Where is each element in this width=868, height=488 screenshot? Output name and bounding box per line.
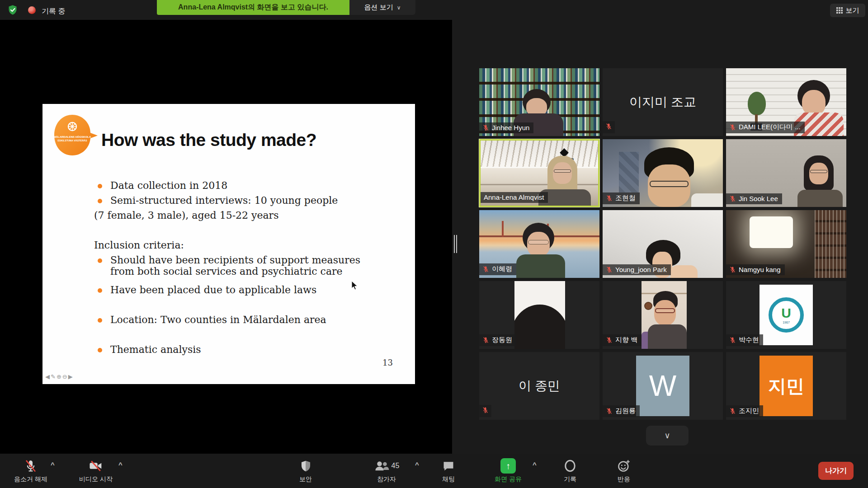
- view-layout-button[interactable]: 보기: [830, 4, 865, 17]
- muted-mic-badge: [479, 405, 491, 417]
- participants-icon: [374, 460, 389, 472]
- participant-name-label: Jin Sook Lee: [726, 193, 782, 204]
- participant-name-label: 장동원: [479, 334, 516, 346]
- record-circle-icon: [563, 459, 577, 473]
- letter-avatar: 지민: [760, 356, 813, 416]
- chat-bubble-icon: [442, 460, 455, 472]
- association-logo: U 1967: [760, 285, 813, 345]
- muted-mic-icon: [605, 123, 612, 130]
- video-tile-jo-ji-min[interactable]: 지민 조지민: [726, 352, 846, 420]
- bullet-dot-icon: [98, 199, 102, 203]
- video-off-icon: [89, 459, 103, 473]
- muted-mic-icon: [482, 124, 489, 131]
- slide-bullet-line: Thematic analysis: [97, 344, 368, 355]
- slide-bullet-line: Have been placed due to applicable laws: [97, 284, 368, 296]
- slide-bullet-line: Semi-structured interviews: 10 young peo…: [97, 195, 368, 206]
- bullet-dot-icon: [98, 184, 102, 188]
- chat-button[interactable]: 채팅: [421, 457, 476, 483]
- participant-name-label: DAMI LEE(이다미 ...: [726, 122, 805, 133]
- top-bar: 기록 중 Anna-Lena Almqvist의 화면을 보고 있습니다. 옵션…: [0, 0, 868, 20]
- participants-count: 45: [392, 462, 400, 470]
- video-tile-jang-dong-won[interactable]: 장동원: [479, 281, 599, 349]
- mic-options-caret[interactable]: ^: [51, 461, 55, 469]
- video-tile-jihyang-baek[interactable]: 지향 백: [603, 281, 723, 349]
- share-options-caret[interactable]: ^: [533, 461, 537, 469]
- unmute-button[interactable]: 음소거 해제: [4, 457, 58, 483]
- bullet-dot-icon: [98, 288, 102, 293]
- participant-name-label: Jinhee Hyun: [479, 122, 533, 133]
- share-screen-button[interactable]: ↑ 화면 공유: [481, 457, 535, 483]
- video-tile-name-only[interactable]: 이지미 조교: [603, 68, 723, 136]
- participant-name-label: 이혜령: [479, 263, 516, 275]
- nav-circle-icon: ⊕: [57, 373, 62, 380]
- participant-name-label: Namgyu kang: [726, 264, 785, 275]
- participants-options-caret[interactable]: ^: [415, 461, 419, 469]
- nav-prev-icon: ◀: [45, 373, 51, 380]
- reactions-smiley-icon: [617, 459, 631, 473]
- slide-page-number: 13: [382, 358, 393, 367]
- participant-name-label: 김원룡: [603, 405, 640, 417]
- participants-button[interactable]: 45 참가자: [359, 457, 414, 483]
- slide-title: How was the study made?: [101, 130, 316, 150]
- video-tile-jin-sook-lee[interactable]: Jin Sook Lee: [726, 139, 846, 207]
- letter-avatar: W: [636, 356, 689, 416]
- slide-nav-icons: ◀✎⊕⊖▶: [45, 373, 74, 380]
- chevron-down-icon: ∨: [664, 431, 670, 441]
- participant-name-label: Young_joon Park: [603, 264, 671, 275]
- slide-bullet-line: Location: Two counties in Mälardalen are…: [97, 314, 368, 325]
- muted-mic-icon: [24, 459, 38, 473]
- video-tile-cho-hyun-chul[interactable]: 조현철: [603, 139, 723, 207]
- leave-meeting-button[interactable]: 나가기: [818, 462, 854, 480]
- svg-text:MÄLARDALENS HÖGSKOLA: MÄLARDALENS HÖGSKOLA: [54, 136, 91, 138]
- video-tile-jinhee-hyun[interactable]: Jinhee Hyun: [479, 68, 599, 136]
- participant-name-label: 조현철: [603, 192, 640, 204]
- reactions-button[interactable]: 반응: [597, 457, 651, 483]
- malardalen-hogskola-logo: MÄLARDALENS HÖGSKOLA ESKILSTUNA VÄSTERÅS: [52, 113, 99, 157]
- muted-mic-icon: [729, 408, 736, 414]
- participant-name-label: 지향 백: [603, 334, 642, 346]
- presentation-slide: MÄLARDALENS HÖGSKOLA ESKILSTUNA VÄSTERÅS…: [42, 104, 415, 384]
- slide-text-line: Inclusion criteria:: [94, 239, 365, 251]
- participant-display-name: 이 종민: [479, 352, 599, 420]
- muted-mic-icon: [482, 266, 489, 272]
- muted-mic-icon: [482, 407, 489, 413]
- security-button[interactable]: 보안: [278, 457, 333, 483]
- grid-view-icon: [836, 7, 843, 14]
- video-tile-name-only[interactable]: 이 종민: [479, 352, 599, 420]
- muted-mic-icon: [482, 337, 489, 343]
- video-tile-kim-won-ryong[interactable]: W 김원룡: [603, 352, 723, 420]
- muted-mic-icon: [606, 195, 613, 202]
- participant-display-name: 이지미 조교: [603, 68, 723, 136]
- security-shield-icon[interactable]: [7, 5, 18, 15]
- recording-indicator-icon: [28, 6, 36, 14]
- video-tile-park-su-hyun[interactable]: U 1967 박수현: [726, 281, 846, 349]
- video-tile-namgyu-kang[interactable]: Namgyu kang: [726, 210, 846, 278]
- view-options-button[interactable]: 옵션 보기 ∨: [349, 0, 415, 15]
- video-tile-young-joon-park[interactable]: Young_joon Park: [603, 210, 723, 278]
- participant-name-label: Anna-Lena Almqvist: [481, 192, 548, 203]
- viewing-screen-banner: Anna-Lena Almqvist의 화면을 보고 있습니다.: [157, 0, 349, 15]
- mouse-cursor: [351, 281, 359, 291]
- record-button[interactable]: 기록: [543, 457, 597, 483]
- participant-name-label: 박수현: [726, 334, 763, 346]
- security-shield-icon: [300, 460, 312, 473]
- bullet-dot-icon: [98, 348, 102, 352]
- shared-screen-region: MÄLARDALENS HÖGSKOLA ESKILSTUNA VÄSTERÅS…: [0, 20, 452, 454]
- muted-mic-icon: [729, 124, 736, 131]
- participant-name-label: 조지민: [726, 405, 763, 417]
- panel-resize-handle[interactable]: [454, 235, 458, 253]
- share-screen-icon: ↑: [500, 458, 516, 474]
- chevron-down-icon: ∨: [397, 5, 401, 11]
- slide-bullet-line: Data collection in 2018: [97, 180, 368, 191]
- muted-mic-icon: [729, 195, 736, 202]
- video-tile-anna-lena-almqvist-speaking[interactable]: MÄLARDALEN UNIVERSITY SWEDEN Anna-Lena A…: [479, 139, 599, 207]
- more-participants-button[interactable]: ∨: [646, 426, 689, 446]
- muted-mic-icon: [606, 408, 613, 414]
- video-tile-dami-lee[interactable]: DAMI LEE(이다미 ...: [726, 68, 846, 136]
- zoom-meeting-window: MÄLARDALENS HÖGSKOLA ESKILSTUNA VÄSTERÅS…: [0, 0, 868, 488]
- video-options-caret[interactable]: ^: [118, 461, 123, 469]
- start-video-button[interactable]: 비디오 시작: [69, 457, 123, 483]
- bullet-dot-icon: [98, 318, 102, 323]
- video-tile-lee-hye-ryeong[interactable]: 이혜령: [479, 210, 599, 278]
- nav-pen-icon: ✎: [51, 373, 57, 380]
